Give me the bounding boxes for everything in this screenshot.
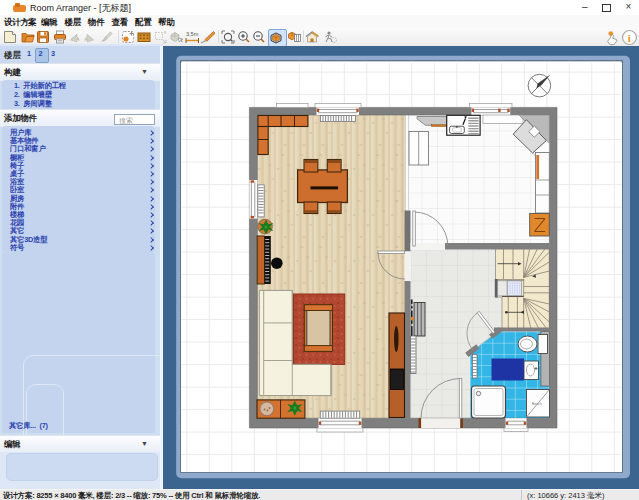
svg-text:Bosch: Bosch — [532, 402, 542, 406]
svg-text:i: i — [628, 32, 631, 44]
svg-text:3,5m: 3,5m — [186, 31, 199, 37]
